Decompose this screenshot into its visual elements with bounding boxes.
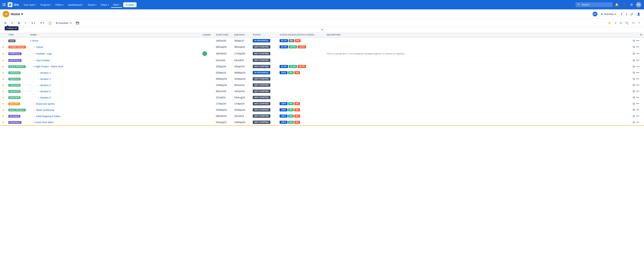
apps-grid-icon[interactable] [3,3,6,6]
project-name-link[interactable]: Field Mapping of Dates [36,115,60,118]
expand-icon[interactable]: ▾ [34,121,35,124]
overview-button[interactable]: ⊞ Overview ▾ [599,12,618,16]
page-title[interactable]: Home ▾ [11,12,23,16]
more-actions-icon[interactable]: ••• [636,39,639,42]
grid-view-icon[interactable]: ⊞ [632,77,635,81]
export-button[interactable]: 📋 [47,20,53,26]
star-button[interactable]: ⭐ [607,20,612,26]
col-header-name[interactable]: NAME ▾ [28,32,200,37]
more-actions-icon[interactable]: ••• [636,45,639,49]
project-name-link[interactable]: Iteration 5 [40,96,51,99]
star-icon[interactable]: ★ [2,109,4,111]
nav-item-filters[interactable]: Filters ▾ [53,2,66,7]
project-name-link[interactable]: Iteration 1 [40,72,51,74]
grid-view-icon[interactable]: ⊞ [632,65,635,68]
more-actions-icon[interactable]: ••• [636,77,639,81]
user-avatar[interactable]: PK [636,2,641,7]
notifications-button[interactable]: 🔔 [614,2,620,8]
star-icon[interactable]: ★ [2,39,4,42]
create-button[interactable]: Create [123,2,136,7]
grid-view-icon[interactable]: ⊞ [632,58,635,62]
link-button[interactable]: 🔗 [629,11,634,17]
grid-view-icon[interactable]: ⊞ [632,121,635,124]
eye-button[interactable]: 👁 ▾ [38,21,46,25]
add-button[interactable]: + [23,20,28,26]
grid-view-icon[interactable]: ⊞ [632,114,635,118]
grid-view-icon[interactable]: ⊞ [632,89,635,93]
home-icon[interactable]: 🏠 [3,11,10,17]
project-name-link[interactable]: Iteration 3 [40,84,51,87]
star-icon[interactable]: ★ [2,84,4,87]
star-icon[interactable]: ★ [2,96,4,99]
share-button[interactable]: ⬆ [619,11,624,17]
more-actions-icon[interactable]: ••• [636,83,639,87]
essentials-button[interactable]: ⊞ Essentials * ▾ [54,21,74,25]
more-actions-icon[interactable]: ••• [636,102,639,106]
more-actions-icon[interactable]: ••• [636,59,639,62]
star-icon[interactable]: ★ [2,78,4,80]
save-button[interactable]: 💾 [75,20,80,26]
project-name-link[interactable]: Gantt chart dates [36,121,53,124]
more-actions-icon[interactable]: ••• [636,114,639,118]
star-icon[interactable]: ★ [2,102,4,105]
more-actions-icon[interactable]: ••• [636,71,639,75]
more-actions-icon[interactable]: ••• [636,108,639,112]
compact-view-button[interactable]: ≡ [10,20,15,26]
settings-icon[interactable]: ⚙ [640,34,642,36]
grid-view-icon[interactable]: ⊞ [632,83,635,87]
search-box[interactable]: 🔍 Search [576,2,612,7]
more-actions-icon[interactable]: ••• [636,65,639,68]
nav-item-your-work[interactable]: Your work ▾ [22,2,38,7]
grid-view-icon[interactable]: ⊞ [632,108,635,112]
person-button[interactable]: 👤 [636,11,641,17]
project-name-link[interactable]: Test Portfolio [36,59,50,62]
grid-view-icon[interactable]: ⊞ [632,52,635,55]
expand-icon[interactable]: ▾ [30,39,31,42]
grid-view-icon[interactable]: ⊞ [632,102,635,106]
nav-item-teams[interactable]: Teams ▾ [86,2,98,7]
scroll-down-icon[interactable]: ▾ [321,28,323,31]
more-actions-icon[interactable]: ••• [636,90,639,93]
project-name-link[interactable]: Agile Project - Online store [36,65,64,68]
grid-view-icon[interactable]: ⊞ [632,96,635,99]
col-header-actions[interactable]: ⚙ [630,32,644,37]
columns-button[interactable]: ⊟ [619,20,623,26]
star-icon[interactable]: ★ [2,59,4,62]
star-icon[interactable]: ★ [2,115,4,118]
search-toolbar-button[interactable]: 🔍 [624,20,630,26]
more-options-button[interactable]: ••• [631,20,636,25]
column-view-button[interactable]: ⊞ [16,20,22,26]
star-icon[interactable]: ★ [2,46,4,48]
nav-item-projects[interactable]: Projects ▾ [38,2,53,7]
more-actions-icon[interactable]: ••• [636,96,639,99]
nav-item-plans[interactable]: Plans ▾ [99,2,111,7]
nav-item-apps[interactable]: Apps ▾ [111,2,122,8]
project-name-link[interactable]: Portfolio - copy [36,52,52,55]
jira-logo[interactable]: Jira [8,2,19,7]
grid-view-icon[interactable]: ⊞ [632,45,635,49]
grid-view-icon[interactable]: ⊞ [632,39,635,42]
filter-button[interactable]: ⧖ [614,20,617,25]
project-name-link[interactable]: Iteration 4 [40,90,51,93]
project-name-link[interactable]: Iteration 2 [40,78,51,80]
star-icon[interactable]: ★ [2,90,4,93]
info-button[interactable]: ℹ [625,11,628,17]
project-name-link[interactable]: Home [32,39,38,42]
settings-button[interactable]: ⚙ [628,2,634,8]
grid-view-icon[interactable]: ⊞ [632,71,635,75]
collapse-all-button[interactable]: ⤒ [637,20,641,26]
sort-button[interactable]: ⇅ ▾ [30,21,37,25]
help-button[interactable]: ❓ [621,2,627,8]
star-icon[interactable]: ★ [2,71,4,74]
project-name-link[interactable]: Board and sprints [36,103,55,105]
star-icon[interactable]: ★ [2,65,4,68]
project-name-link[interactable]: Week numbering [36,109,54,111]
list-view-button[interactable]: ☰ [3,20,8,26]
star-icon[interactable]: ★ [2,52,4,55]
more-actions-icon[interactable]: ••• [636,121,639,124]
nav-item-dashboards[interactable]: Dashboards ▾ [66,2,85,7]
user-avatar-secondary[interactable]: MR [593,12,598,16]
more-actions-icon[interactable]: ••• [636,52,639,55]
expand-icon[interactable]: ▾ [34,65,35,68]
star-icon[interactable]: ★ [2,121,4,124]
